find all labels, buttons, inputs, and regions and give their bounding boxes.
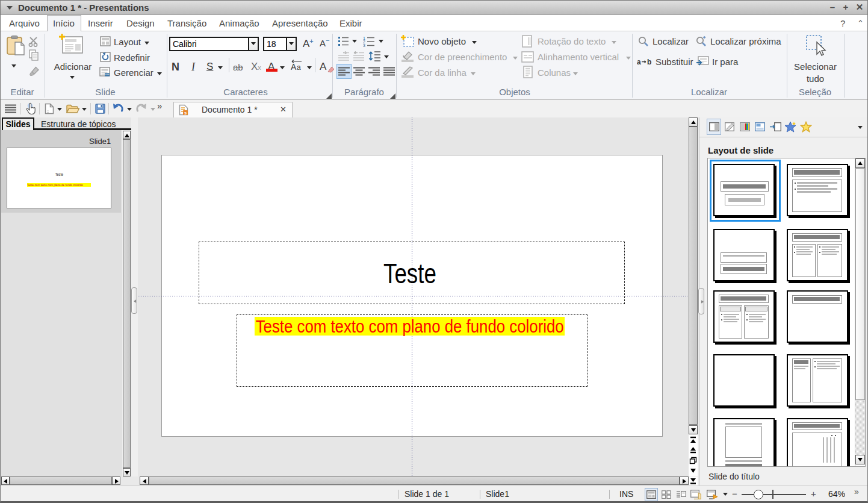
svg-text:s: s — [184, 110, 187, 116]
svg-text:b: b — [647, 58, 651, 66]
svg-text:3: 3 — [363, 43, 365, 47]
svg-text:a: a — [297, 63, 301, 72]
svg-text:a: a — [637, 58, 641, 66]
svg-text:A: A — [291, 62, 297, 72]
